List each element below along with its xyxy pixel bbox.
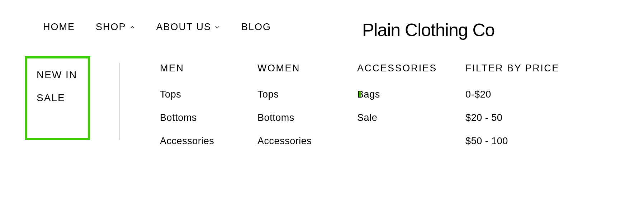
- sidebar-highlight-box: NEW IN SALE: [25, 56, 90, 140]
- brand-logo[interactable]: Plain Clothing Co: [362, 20, 494, 41]
- sidebar-new-in[interactable]: NEW IN: [37, 69, 77, 81]
- nav-about-label: ABOUT US: [156, 22, 212, 33]
- accessories-bags-label: Bags: [357, 89, 380, 100]
- women-bottoms[interactable]: Bottoms: [257, 112, 357, 123]
- column-accessories-heading[interactable]: ACCESSORIES: [357, 63, 465, 74]
- men-bottoms[interactable]: Bottoms: [160, 112, 257, 123]
- column-women-heading[interactable]: WOMEN: [257, 63, 357, 74]
- filter-0-20[interactable]: 0-$20: [465, 89, 559, 100]
- chevron-down-icon: [214, 24, 221, 30]
- filter-20-50[interactable]: $20 - 50: [465, 112, 559, 123]
- main-nav: HOME SHOP ABOUT US BLOG: [43, 22, 271, 33]
- nav-blog[interactable]: BLOG: [241, 22, 271, 33]
- column-men-heading[interactable]: MEN: [160, 63, 257, 74]
- column-filter: FILTER BY PRICE 0-$20 $20 - 50 $50 - 100: [465, 63, 559, 147]
- column-accessories: ACCESSORIES Bags Sale: [357, 63, 465, 147]
- column-women: WOMEN Tops Bottoms Accessories: [257, 63, 357, 147]
- sidebar-sale[interactable]: SALE: [37, 92, 77, 104]
- accessories-bags[interactable]: Bags: [357, 89, 465, 100]
- men-accessories[interactable]: Accessories: [160, 136, 257, 147]
- accessories-sale[interactable]: Sale: [357, 112, 465, 123]
- column-filter-heading[interactable]: FILTER BY PRICE: [465, 63, 559, 74]
- nav-shop-label: SHOP: [96, 22, 126, 33]
- nav-blog-label: BLOG: [241, 22, 271, 33]
- nav-shop[interactable]: SHOP: [96, 22, 136, 33]
- filter-50-100[interactable]: $50 - 100: [465, 136, 559, 147]
- women-tops[interactable]: Tops: [257, 89, 357, 100]
- nav-home-label: HOME: [43, 22, 75, 33]
- column-men: MEN Tops Bottoms Accessories: [160, 63, 257, 147]
- shop-mega-menu: NEW IN SALE MEN Tops Bottoms Accessories…: [25, 63, 559, 147]
- mega-menu-columns: MEN Tops Bottoms Accessories WOMEN Tops …: [160, 63, 559, 147]
- chevron-up-icon: [129, 24, 136, 30]
- vertical-divider: [119, 63, 120, 140]
- header: HOME SHOP ABOUT US BLOG Plain Clothing C…: [0, 0, 644, 33]
- women-accessories[interactable]: Accessories: [257, 136, 357, 147]
- nav-home[interactable]: HOME: [43, 22, 75, 33]
- men-tops[interactable]: Tops: [160, 89, 257, 100]
- nav-about[interactable]: ABOUT US: [156, 22, 221, 33]
